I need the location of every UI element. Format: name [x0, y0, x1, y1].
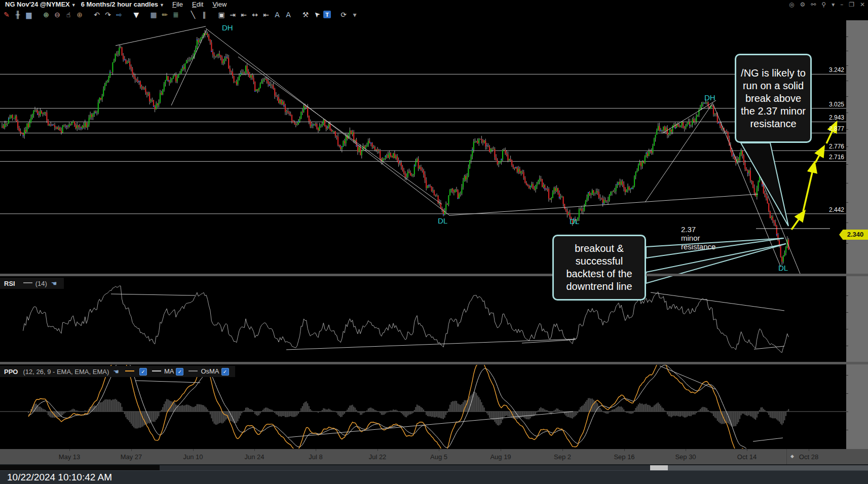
axis-tick-mark	[846, 243, 848, 244]
price-trendline[interactable]	[449, 194, 758, 215]
axis-tick-mark	[846, 96, 848, 97]
scrollbar-thumb-handle[interactable]	[650, 465, 668, 470]
date-label: May 27	[121, 453, 142, 461]
date-tick	[439, 449, 439, 451]
scrollbar-thumb[interactable]	[160, 465, 650, 470]
ppo-legend-swatch	[188, 370, 198, 371]
price-trendline[interactable]	[171, 29, 207, 105]
ppo-legend-swatch	[152, 370, 161, 371]
rsi-edit-icon[interactable]: ☚	[51, 280, 57, 287]
rsi-trendline[interactable]	[111, 294, 195, 295]
axis-tick-mark	[846, 346, 848, 346]
ppo-edit-icon[interactable]: ☚	[113, 368, 119, 376]
last-bar-marker-icon: ◆	[790, 454, 794, 459]
price-trendline[interactable]	[238, 57, 442, 204]
axis-tick-mark	[846, 375, 848, 376]
horizontal-scrollbar[interactable]	[0, 464, 868, 470]
axis-tick-mark	[846, 412, 848, 412]
date-axis[interactable]: May 13May 27Jun 10Jun 24Jul 8Jul 22Aug 5…	[0, 449, 868, 464]
projection-arrow[interactable]	[791, 214, 803, 230]
trading-app-window: NG Nov'24 @NYMEX▼ 6 Months/2 hour candle…	[0, 0, 868, 484]
ppo-legend-label: OsMA	[201, 367, 219, 375]
date-label: May 13	[59, 453, 81, 461]
axis-tick-mark	[846, 129, 848, 130]
date-label: Jul 22	[369, 453, 387, 461]
axis-tick-mark	[846, 222, 848, 223]
axis-tick-mark	[846, 65, 848, 66]
date-label: Sep 2	[554, 453, 571, 461]
axis-tick-mark	[846, 146, 848, 147]
date-label: Jul 8	[309, 453, 322, 461]
price-axis[interactable]: 3.5003.4003.3003.2003.1003.0002.9002.800…	[846, 20, 868, 449]
ppo-legend-checkbox[interactable]: ✓	[139, 368, 147, 376]
ppo-title: PPO	[4, 368, 18, 376]
chart-canvas[interactable]	[0, 0, 868, 484]
date-tick	[501, 449, 501, 451]
axis-tick-mark	[846, 430, 848, 430]
ppo-legend: ✓MA✓OsMA✓	[122, 367, 231, 376]
date-tick	[69, 449, 70, 451]
ppo-legend-swatch	[125, 370, 134, 371]
date-label: Sep 16	[614, 453, 634, 461]
rsi-trendline[interactable]	[286, 339, 575, 350]
price-panel[interactable]	[0, 26, 846, 274]
axis-tick-mark	[846, 164, 848, 165]
ppo-header: PPO (12, 26, 9 - EMA, EMA, EMA) ☚ ✓MA✓Os…	[0, 366, 235, 377]
date-label: Jun 10	[183, 453, 203, 461]
date-tick	[131, 449, 132, 451]
rsi-trendline[interactable]	[754, 346, 784, 349]
axis-tick-mark	[846, 51, 848, 51]
rsi-header: RSI (14) ☚	[0, 278, 64, 289]
rsi-panel[interactable]	[23, 286, 789, 353]
rsi-line	[23, 286, 789, 353]
scrollbar-track-left	[0, 465, 160, 470]
rsi-params: (14)	[35, 280, 47, 287]
projection-arrow[interactable]	[803, 166, 814, 211]
ppo-params: (12, 26, 9 - EMA, EMA, EMA)	[23, 368, 109, 376]
ppo-legend-checkbox[interactable]: ✓	[221, 368, 229, 376]
last-bar-divider	[786, 449, 787, 464]
status-bar: 10/22/2024 10:10:42 AM	[0, 470, 868, 484]
axis-tick-mark	[846, 202, 848, 203]
price-trendline[interactable]	[736, 118, 800, 274]
axis-tick-mark	[846, 113, 848, 113]
date-label: Aug 5	[430, 453, 447, 461]
date-label: Oct 28	[799, 453, 818, 461]
date-label: Aug 19	[490, 453, 511, 461]
rsi-title: RSI	[4, 280, 15, 287]
date-tick	[378, 449, 378, 451]
axis-tick-mark	[846, 312, 848, 313]
axis-tick-mark	[846, 183, 848, 183]
axis-tick-mark	[846, 36, 848, 37]
panel-divider[interactable]	[0, 362, 868, 364]
projection-arrow[interactable]	[815, 150, 822, 163]
date-tick	[809, 449, 809, 451]
status-datetime: 10/22/2024 10:10:42 AM	[7, 472, 112, 483]
rsi-line-swatch	[23, 282, 32, 283]
date-tick	[254, 449, 255, 451]
ppo-trendline[interactable]	[660, 366, 715, 389]
axis-tick-mark	[846, 329, 848, 329]
axis-tick-mark	[846, 81, 848, 81]
date-label: Sep 30	[675, 453, 696, 461]
ppo-trendline[interactable]	[753, 438, 783, 441]
scrollbar-track-right	[668, 465, 868, 470]
date-label: Jun 24	[244, 453, 264, 461]
date-tick	[624, 449, 625, 451]
price-trendline[interactable]	[116, 26, 206, 46]
date-tick	[316, 449, 316, 451]
projection-arrow[interactable]	[826, 125, 835, 143]
ppo-legend-checkbox[interactable]: ✓	[176, 368, 183, 376]
axis-tick-mark	[846, 295, 848, 296]
date-tick	[747, 449, 747, 451]
ppo-trendline[interactable]	[136, 381, 200, 383]
date-label: Oct 14	[737, 453, 757, 461]
date-tick	[193, 449, 194, 451]
date-tick	[686, 449, 686, 451]
axis-tick-mark	[846, 393, 848, 394]
panel-divider[interactable]	[0, 274, 868, 276]
date-tick	[562, 449, 563, 451]
price-trendline[interactable]	[645, 103, 713, 202]
ppo-legend-label: MA	[164, 367, 174, 375]
